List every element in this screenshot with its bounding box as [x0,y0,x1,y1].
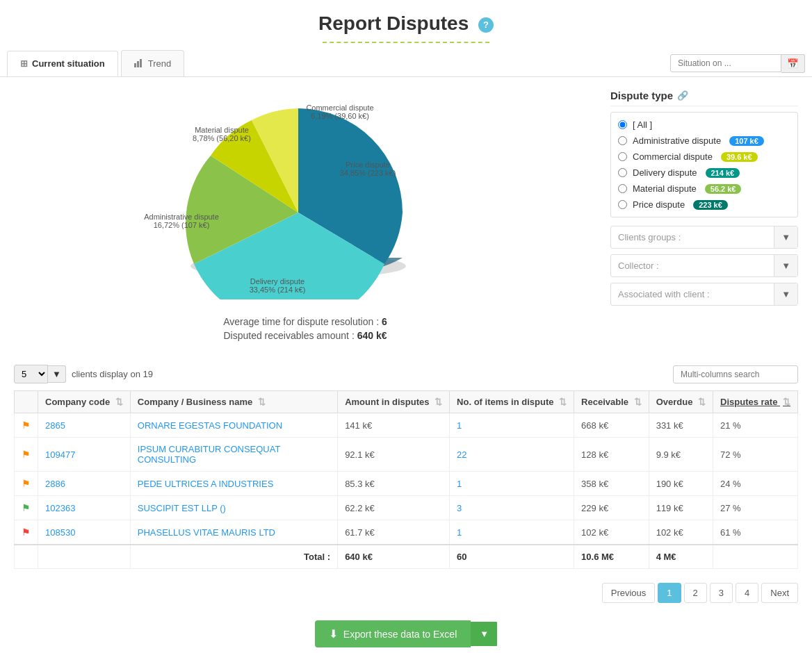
table-section: 5 10 25 ▼ clients display on 19 Company … [0,358,812,576]
badge-admin: 107 k€ [729,136,764,146]
disputes-rate-cell: 61 % [713,520,798,545]
col-company-code[interactable]: Company code ⇅ [38,391,131,413]
situation-date-input[interactable] [670,54,781,72]
items-cell[interactable]: 1 [450,472,574,496]
avg-time-stat: Average time for dispute resolution : 6 [14,316,596,327]
dispute-type-radio-list: [ All ] Administrative dispute 107 k€ Co… [610,112,798,217]
total-empty-code [38,545,131,569]
collector-dropdown[interactable]: Collector : ▼ [610,254,798,277]
table-row: ⚑ 102363 SUSCIPIT EST LLP () 62.2 k€ 3 2… [15,496,798,520]
items-cell[interactable]: 1 [450,520,574,545]
svg-rect-0 [134,63,136,67]
items-cell[interactable]: 22 [450,438,574,472]
stats-area: Average time for dispute resolution : 6 … [14,306,596,351]
receivable-cell: 229 k€ [574,496,649,520]
associated-client-dropdown[interactable]: Associated with client : ▼ [610,283,798,306]
radio-delivery-label: Delivery dispute [633,167,697,178]
items-cell[interactable]: 1 [450,413,574,438]
receivable-cell: 128 k€ [574,438,649,472]
pie-chart: Price dispute 34,85% (223 k€) Delivery d… [138,91,472,299]
data-table: Company code ⇅ Company / Business name ⇅… [14,390,798,569]
col-receivable[interactable]: Receivable ⇅ [574,391,649,413]
display-info: clients display on 19 [72,369,153,379]
col-overdue[interactable]: Overdue ⇅ [649,391,713,413]
company-code-cell[interactable]: 109477 [38,438,131,472]
page-3-button[interactable]: 3 [710,583,733,603]
page-4-button[interactable]: 4 [736,583,758,603]
clients-groups-dropdown[interactable]: Clients groups : ▼ [610,226,798,249]
business-name-cell[interactable]: IPSUM CURABITUR CONSEQUAT CONSULTING [130,438,337,472]
page-1-button[interactable]: 1 [658,583,681,603]
associated-client-select[interactable]: Associated with client : [611,283,774,305]
radio-price[interactable] [618,200,627,209]
badge-price: 223 k€ [693,200,728,210]
tabs-bar: ⊞ Current situation Trend 📅 [0,50,812,77]
per-page-dropdown[interactable]: 5 10 25 [14,365,48,383]
multi-column-search-input[interactable] [673,365,798,383]
tab-trend[interactable]: Trend [121,50,184,76]
help-icon[interactable]: ? [478,17,494,33]
flag-icon: ⚑ [22,502,31,513]
company-code-cell[interactable]: 102363 [38,496,131,520]
amount-cell: 92.1 k€ [338,438,450,472]
overdue-cell: 331 k€ [649,413,713,438]
delivery-value: 33,45% (214 k€) [250,286,306,294]
col-disputes-rate[interactable]: Disputes rate ⇅ [713,391,798,413]
badge-commercial: 39.6 k€ [721,152,758,162]
dispute-type-header: Dispute type 🔗 [610,84,798,106]
col-amount[interactable]: Amount in disputes ⇅ [338,391,450,413]
radio-commercial[interactable] [618,152,627,161]
total-receivable: 10.6 M€ [574,545,649,569]
disputes-rate-cell: 72 % [713,438,798,472]
amount-cell: 85.3 k€ [338,472,450,496]
next-button[interactable]: Next [761,583,798,603]
collector-select[interactable]: Collector : [611,255,774,276]
amount-cell: 141 k€ [338,413,450,438]
trend-icon [134,58,144,69]
download-icon: ⬇ [329,627,338,640]
disputes-rate-cell: 21 % [713,413,798,438]
business-name-cell[interactable]: SUSCIPIT EST LLP () [130,496,337,520]
flag-cell: ⚑ [15,413,38,438]
business-name-cell[interactable]: PHASELLUS VITAE MAURIS LTD [130,520,337,545]
admin-value: 16,72% (107 k€) [154,221,210,229]
table-row: ⚑ 109477 IPSUM CURABITUR CONSEQUAT CONSU… [15,438,798,472]
items-cell[interactable]: 3 [450,496,574,520]
per-page-select: 5 10 25 ▼ [14,365,66,383]
table-row: ⚑ 2865 ORNARE EGESTAS FOUNDATION 141 k€ … [15,413,798,438]
radio-material-label: Material dispute [633,183,697,194]
left-panel: Price dispute 34,85% (223 k€) Delivery d… [14,84,596,351]
total-overdue: 4 M€ [649,545,713,569]
export-main-button[interactable]: ⬇ Export these data to Excel [315,620,471,647]
title-start: Report [318,13,387,34]
company-code-cell[interactable]: 2865 [38,413,131,438]
situation-calendar-button[interactable]: 📅 [781,54,805,73]
tab-current-situation[interactable]: ⊞ Current situation [7,51,118,76]
col-items[interactable]: No. of items in dispute ⇅ [450,391,574,413]
business-name-cell[interactable]: ORNARE EGESTAS FOUNDATION [130,413,337,438]
badge-material: 56.2 k€ [705,184,742,194]
col-business-name[interactable]: Company / Business name ⇅ [130,391,337,413]
radio-delivery[interactable] [618,168,627,177]
radio-material[interactable] [618,184,627,193]
radio-all[interactable] [618,120,627,129]
clients-groups-select[interactable]: Clients groups : [611,226,774,248]
export-dropdown-button[interactable]: ▼ [471,622,497,646]
company-code-cell[interactable]: 2886 [38,472,131,496]
business-name-cell[interactable]: PEDE ULTRICES A INDUSTRIES [130,472,337,496]
total-label: Total : [130,545,337,569]
overdue-cell: 102 k€ [649,520,713,545]
page-2-button[interactable]: 2 [684,583,707,603]
company-code-cell[interactable]: 108530 [38,520,131,545]
overdue-cell: 119 k€ [649,496,713,520]
dispute-type-section: Dispute type 🔗 [ All ] Administrative di… [610,84,798,306]
flag-icon: ⚑ [22,527,31,538]
current-situation-icon: ⊞ [20,58,28,69]
export-dropdown-icon: ▼ [480,629,489,639]
flag-cell: ⚑ [15,472,38,496]
per-page-arrow: ▼ [48,365,66,383]
previous-button[interactable]: Previous [602,583,656,603]
export-button[interactable]: ⬇ Export these data to Excel ▼ [315,620,497,647]
radio-admin[interactable] [618,136,627,145]
dispute-type-link-icon[interactable]: 🔗 [677,90,688,101]
